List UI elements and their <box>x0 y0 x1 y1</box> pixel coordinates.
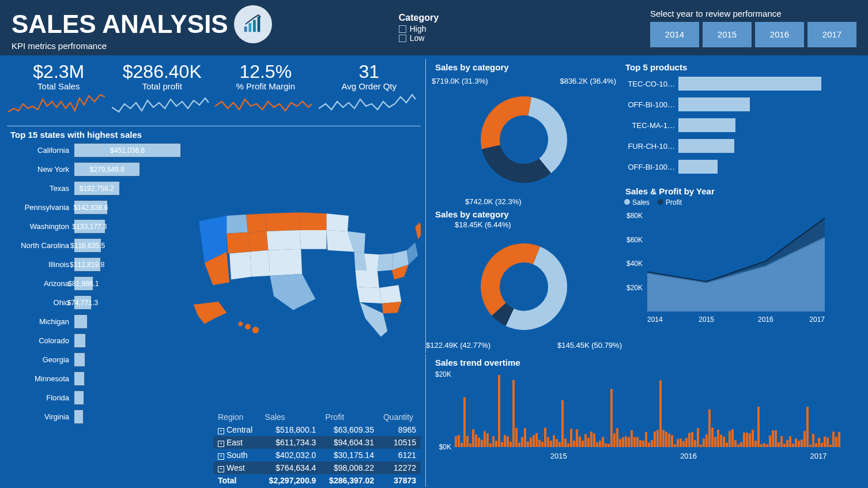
state-hawaii[interactable] <box>239 322 243 326</box>
svg-rect-83 <box>654 431 656 447</box>
state-tennessee[interactable] <box>357 287 382 303</box>
state-bar-row[interactable]: North Carolina $116,635.5 <box>7 236 186 255</box>
product-name: OFF-BI-100… <box>622 163 675 171</box>
state-hawaii[interactable] <box>245 324 251 330</box>
product-bar-row[interactable]: TEC-CO-10… <box>622 73 861 94</box>
product-bar-row[interactable]: TEC-MA-1… <box>622 115 861 136</box>
svg-rect-136 <box>806 407 809 447</box>
state-new-york[interactable] <box>407 242 418 264</box>
state-idaho[interactable] <box>246 213 267 232</box>
state-nebraska[interactable] <box>300 230 326 249</box>
expand-icon[interactable]: + <box>218 453 224 460</box>
th-profit[interactable]: Profit <box>320 411 379 423</box>
state-bar-row[interactable]: Colorado <box>7 331 186 350</box>
state-bar-row[interactable]: Georgia <box>7 350 186 369</box>
expand-icon[interactable]: + <box>218 466 224 472</box>
state-bar-row[interactable]: Michigan <box>7 312 186 331</box>
svg-text:2014: 2014 <box>647 316 663 324</box>
donut-label: $719.0K (31.3%) <box>432 77 488 85</box>
state-bar-row[interactable]: California $451,036.6 <box>7 141 186 160</box>
product-bar-row[interactable]: FUR-CH-10… <box>622 136 861 156</box>
state-indiana[interactable] <box>364 253 379 271</box>
year-label: Select year to review performance <box>650 9 856 18</box>
expand-icon[interactable]: + <box>218 428 224 434</box>
bar: $74,771.3 <box>74 295 92 310</box>
state-name: Washington <box>7 222 71 231</box>
state-bar-row[interactable]: Virginia <box>7 407 186 426</box>
svg-text:2016: 2016 <box>680 452 697 460</box>
page-subtitle: KPI metrics perfromance <box>12 41 272 51</box>
table-row[interactable]: +East $611,734.3$94,604.3110515 <box>213 436 421 449</box>
trend-title: Sales trend overtime <box>435 358 861 367</box>
state-south-dakota[interactable] <box>267 230 301 250</box>
state-wyoming[interactable] <box>248 231 269 252</box>
state-ohio[interactable] <box>378 253 393 271</box>
svg-rect-77 <box>636 437 639 447</box>
bar <box>678 77 821 91</box>
product-bar-row[interactable]: OFF-BI-100… <box>622 94 861 115</box>
state-bar-row[interactable]: Ohio $74,771.3 <box>7 293 186 312</box>
table-row[interactable]: +South $402,032.0$30,175.146121 <box>213 449 421 461</box>
svg-rect-14 <box>455 436 457 447</box>
state-utah[interactable] <box>227 232 250 254</box>
state-bar-row[interactable]: Arizona $81,986.1 <box>7 274 186 293</box>
bar <box>74 314 88 329</box>
year-button-2014[interactable]: 2014 <box>650 22 699 47</box>
state-bar-row[interactable]: Illinois $112,819.8 <box>7 255 186 274</box>
state-north-carolina[interactable] <box>379 285 401 303</box>
product-bar-row[interactable]: OFF-BI-100… <box>622 156 861 177</box>
sales-category-donut-1[interactable]: $836.2K (36.4%) $742.0K (32.3%) $719.0K … <box>432 73 616 206</box>
state-north-dakota[interactable] <box>299 212 326 230</box>
svg-rect-109 <box>729 431 731 447</box>
svg-rect-39 <box>527 441 529 447</box>
state-nevada[interactable] <box>227 215 248 234</box>
state-texas[interactable] <box>270 274 315 310</box>
table-row[interactable]: +Central $518,800.1$63,609.358965 <box>213 423 421 436</box>
state-alaska[interactable] <box>194 302 227 324</box>
category-low-option[interactable]: Low <box>399 33 439 43</box>
sales-profit-area-chart[interactable]: $20K$40K$60K$80K2014201520162017 <box>622 210 861 343</box>
svg-rect-42 <box>535 433 538 447</box>
year-button-2017[interactable]: 2017 <box>807 22 856 47</box>
trend-bar-chart[interactable]: $0K$20K201520162017 <box>432 369 861 467</box>
th-qty[interactable]: Quantity <box>379 411 421 423</box>
us-map[interactable] <box>188 141 421 407</box>
state-bar-row[interactable]: Florida <box>7 388 186 407</box>
year-button-2015[interactable]: 2015 <box>703 22 752 47</box>
state-colorado[interactable] <box>229 252 251 280</box>
th-region[interactable]: Region <box>213 411 261 423</box>
year-button-2016[interactable]: 2016 <box>755 22 804 47</box>
category-high-option[interactable]: High <box>399 24 439 33</box>
state-bar-row[interactable]: Washington $133,177.3 <box>7 217 186 236</box>
svg-rect-124 <box>772 430 774 447</box>
sparkline-icon <box>215 91 316 119</box>
sparkline-icon <box>319 91 420 119</box>
state-hawaii[interactable] <box>252 326 259 333</box>
state-south-carolina[interactable] <box>382 302 402 313</box>
th-sales[interactable]: Sales <box>261 411 321 423</box>
state-kentucky[interactable] <box>355 270 379 288</box>
region-table[interactable]: Region Sales Profit Quantity +Central $5… <box>213 411 421 487</box>
state-bar-row[interactable]: Minnesota <box>7 369 186 388</box>
state-bar-row[interactable]: Pennsylvania $142,838.6 <box>7 198 186 217</box>
state-minnesota[interactable] <box>326 213 348 231</box>
svg-rect-65 <box>602 437 604 447</box>
state-bar-row[interactable]: Texas $192,758.2 <box>7 179 186 198</box>
svg-rect-62 <box>593 433 595 447</box>
svg-rect-59 <box>584 434 587 447</box>
state-new-mexico[interactable] <box>250 250 270 277</box>
expand-icon[interactable]: + <box>218 441 224 447</box>
category-filter: Category High Low <box>399 13 439 43</box>
state-kansas[interactable] <box>268 249 302 276</box>
state-maine[interactable] <box>415 223 421 239</box>
svg-rect-48 <box>553 436 555 447</box>
state-bar-row[interactable]: New York $279,549.8 <box>7 160 186 179</box>
state-bar-chart[interactable]: California $451,036.6New York $279,549.8… <box>7 141 186 487</box>
svg-rect-24 <box>484 431 486 447</box>
state-montana[interactable] <box>266 212 300 231</box>
sales-category-donut-2[interactable]: $18.45K (6.44%) $145.45K (50.79%) $122.4… <box>432 220 616 353</box>
top5-bar-chart[interactable]: TEC-CO-10… OFF-BI-100… TEC-MA-1… FUR-CH-… <box>622 73 861 177</box>
svg-rect-61 <box>590 431 592 447</box>
svg-rect-80 <box>645 432 647 447</box>
table-row[interactable]: +West $764,634.4$98,008.2212272 <box>213 461 421 474</box>
